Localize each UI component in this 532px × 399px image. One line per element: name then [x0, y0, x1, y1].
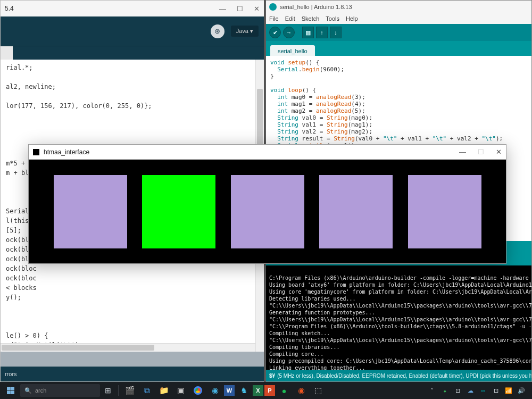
interface-app-icon — [33, 149, 39, 155]
tray-onedrive-icon[interactable]: ☁ — [465, 385, 476, 396]
processing-toolbar: ⊛ Java ▾ — [1, 16, 264, 46]
taskbar-chrome[interactable] — [190, 383, 206, 398]
taskbar-spotify[interactable]: ● — [276, 383, 292, 398]
taskbar-word[interactable]: W — [224, 385, 235, 396]
interface-block-4 — [408, 175, 481, 248]
status-bolt-icon: $¥ — [269, 373, 275, 379]
interface-canvas — [29, 160, 506, 263]
processing-title: 5.4 — [5, 5, 14, 12]
tray-item[interactable]: ⊡ — [452, 385, 463, 396]
code-line: < blocks — [6, 284, 37, 292]
taskbar-terminal[interactable]: ▣ — [173, 383, 189, 398]
interface-block-1 — [142, 175, 215, 248]
processing-hscrollbar[interactable] — [1, 343, 255, 352]
processing-errors-tab[interactable]: rrors — [5, 371, 17, 377]
system-tray: ˄ ⬥ ⊡ ☁ ∞ ⊡ 📶 🔊 — [427, 385, 530, 396]
code-line: le() > 0) { — [6, 332, 48, 339]
code-line: ock(bloc — [6, 265, 37, 272]
taskbar-separator — [118, 385, 119, 396]
taskbar-app[interactable]: 🎬 — [122, 383, 138, 398]
interface-title: htmaa_interface — [44, 148, 89, 156]
minimize-button[interactable]: — — [459, 148, 466, 156]
arduino-status-text: (5 MHz or less), Disabled/Disabled, EEPR… — [277, 373, 531, 379]
tray-arduino-icon[interactable]: ∞ — [478, 385, 488, 396]
interface-block-2 — [231, 175, 304, 248]
menu-help[interactable]: Help — [346, 15, 358, 22]
code-line: al2, newline; — [6, 83, 56, 90]
start-button[interactable] — [2, 382, 19, 399]
upload-button[interactable]: → — [283, 27, 295, 38]
taskbar-search[interactable]: 🔍 arch — [20, 384, 100, 397]
tray-item2[interactable]: ⊡ — [491, 385, 501, 396]
arduino-titlebar[interactable]: serial_hello | Arduino 1.8.13 — [266, 1, 531, 13]
code-line: lor(177, 156, 217), color(0, 255, 0)}; — [6, 102, 152, 110]
code-line: rial.*; — [6, 64, 33, 71]
task-view-icon[interactable]: ⊞ — [101, 384, 115, 397]
close-button[interactable]: ✕ — [496, 148, 502, 156]
tray-git-icon[interactable]: ⬥ — [439, 385, 450, 396]
tray-volume-icon[interactable]: 🔊 — [516, 385, 527, 396]
taskbar-edge[interactable]: ◉ — [207, 383, 223, 398]
arduino-console[interactable]: are C:\P C:\Program Files (x86)\Arduino\… — [266, 265, 531, 370]
processing-debug-icon[interactable]: ⊛ — [211, 24, 225, 38]
arduino-tabbar: serial_hello — [266, 41, 531, 56]
arduino-statusbar: $¥ (5 MHz or less), Disabled/Disabled, E… — [266, 370, 531, 381]
arduino-tab[interactable]: serial_hello — [270, 45, 315, 56]
code-line: y(); — [6, 294, 21, 301]
taskbar-code[interactable]: ⧉ — [139, 383, 155, 398]
arduino-menubar: File Edit Sketch Tools Help — [266, 13, 531, 24]
tray-wifi-icon[interactable]: 📶 — [503, 385, 514, 396]
open-button[interactable]: ↑ — [316, 27, 328, 38]
arduino-app-icon — [269, 3, 277, 11]
processing-status — [1, 352, 264, 367]
arduino-editor[interactable]: void setup() { Serial.begin(9600); } voi… — [266, 56, 531, 146]
taskbar-explorer[interactable]: 📁 — [156, 383, 172, 398]
menu-tools[interactable]: Tools — [326, 15, 339, 22]
taskbar-app3[interactable]: ⬚ — [310, 383, 326, 398]
verify-button[interactable]: ✔ — [269, 27, 281, 38]
new-button[interactable]: ▦ — [302, 27, 314, 38]
minimize-button[interactable]: — — [219, 5, 226, 13]
tray-chevron-icon[interactable]: ˄ — [427, 385, 437, 396]
arduino-title: serial_hello | Arduino 1.8.13 — [280, 4, 352, 10]
processing-titlebar[interactable]: 5.4 — ☐ ✕ — [1, 1, 264, 16]
taskbar-excel[interactable]: X — [253, 385, 263, 396]
code-line: ock(bloc — [6, 275, 37, 282]
interface-titlebar[interactable]: htmaa_interface — ☐ ✕ — [29, 145, 506, 160]
interface-window: htmaa_interface — ☐ ✕ — [28, 144, 506, 264]
processing-tabbar — [1, 46, 264, 60]
processing-language-selector[interactable]: Java ▾ — [231, 26, 259, 37]
search-placeholder: arch — [35, 387, 46, 394]
code-line: [5]; — [6, 227, 21, 234]
taskbar-app2[interactable]: ♞ — [236, 383, 252, 398]
maximize-button[interactable]: ☐ — [237, 5, 243, 13]
arduino-toolbar: ✔ → ▦ ↑ ↓ — [266, 24, 531, 41]
menu-edit[interactable]: Edit — [285, 15, 295, 22]
save-button[interactable]: ↓ — [330, 27, 342, 38]
windows-icon — [7, 387, 14, 394]
taskbar-ubuntu[interactable]: ◉ — [293, 383, 309, 398]
close-button[interactable]: ✕ — [254, 5, 260, 13]
windows-taskbar: 🔍 arch ⊞ 🎬 ⧉ 📁 ▣ ◉ W ♞ X P ● ◉ ⬚ ˄ ⬥ ⊡ ☁… — [0, 382, 532, 399]
taskbar-powerpoint[interactable]: P — [264, 385, 275, 396]
interface-block-0 — [54, 175, 127, 248]
processing-console-bar: rrors — [1, 367, 264, 381]
interface-block-3 — [319, 175, 393, 248]
search-icon: 🔍 — [24, 387, 32, 394]
maximize-button[interactable]: ☐ — [478, 148, 484, 156]
menu-file[interactable]: File — [269, 15, 279, 22]
menu-sketch[interactable]: Sketch — [302, 15, 320, 22]
processing-tab[interactable] — [1, 46, 13, 60]
